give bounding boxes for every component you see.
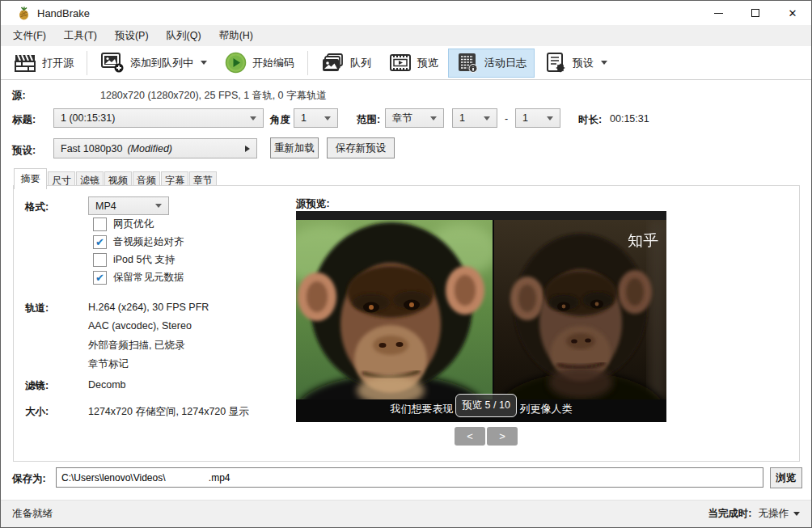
duration-value: 00:15:31 <box>610 113 649 125</box>
range-label: 范围: <box>357 113 380 127</box>
chevron-down-icon <box>484 116 490 120</box>
film-preview-icon <box>389 53 412 73</box>
previous-preview-button[interactable]: < <box>455 427 485 446</box>
subtitle-left-segment: 我们想要表现 <box>391 402 454 416</box>
chevron-down-icon <box>250 116 256 120</box>
browse-button[interactable]: 浏览 <box>770 467 802 488</box>
save-as-label: 保存为: <box>12 472 46 486</box>
subtitle-right-segment: 列更像人类 <box>520 402 573 416</box>
angle-select[interactable]: 1 <box>294 108 338 128</box>
menu-tools[interactable]: 工具(T) <box>55 25 106 46</box>
title-select[interactable]: 1 (00:15:31) <box>53 108 264 128</box>
checkbox-checked: ✔ <box>93 271 107 285</box>
clapperboard-icon <box>14 53 36 74</box>
filters-value: Decomb <box>88 379 126 391</box>
close-button[interactable]: ✕ <box>774 1 811 25</box>
menu-file[interactable]: 文件(F) <box>4 25 55 46</box>
size-value: 1274x720 存储空间, 1274x720 显示 <box>88 405 249 419</box>
keep-metadata-checkbox[interactable]: ✔ 保留常见元数据 <box>93 271 184 285</box>
add-to-queue-icon <box>100 52 125 74</box>
play-circle-icon <box>225 52 247 74</box>
checkbox-unchecked <box>93 218 107 231</box>
presets-button[interactable]: 预设 <box>536 49 615 78</box>
duration-label: 时长: <box>578 113 602 127</box>
chevron-down-icon <box>430 116 437 120</box>
toolbar-separator <box>87 51 87 75</box>
maximize-button[interactable] <box>737 1 774 25</box>
add-to-queue-button[interactable]: 添加到队列中 <box>92 49 215 78</box>
chevron-down-icon <box>601 61 607 65</box>
open-source-button[interactable]: 打开源 <box>6 49 82 78</box>
handbrake-window: HandBrake ✕ 文件(F) 工具(T) 预设(P) 队列(Q) 帮助(H… <box>0 0 812 528</box>
maximize-icon <box>751 9 759 17</box>
status-bar: 准备就绪 当完成时: 无操作 <box>1 500 811 527</box>
start-encode-button[interactable]: 开始编码 <box>217 49 302 78</box>
close-icon: ✕ <box>789 7 797 19</box>
activity-log-button[interactable]: 活动日志 <box>448 49 535 78</box>
range-from-select[interactable]: 1 <box>452 108 497 128</box>
preset-gear-icon <box>544 52 567 74</box>
preset-modified-flag: (Modified) <box>127 143 172 154</box>
web-optimized-checkbox[interactable]: 网页优化 <box>93 218 154 231</box>
track-chapters: 章节标记 <box>88 357 129 371</box>
chevron-down-icon <box>201 61 207 65</box>
track-video: H.264 (x264), 30 FPS PFR <box>88 302 209 313</box>
filters-label: 滤镜: <box>25 379 49 393</box>
format-select[interactable]: MP4 <box>88 196 169 215</box>
preview-counter-tooltip: 预览 5 / 10 <box>455 394 517 417</box>
menu-queue[interactable]: 队列(Q) <box>158 25 210 46</box>
chevron-down-icon <box>324 116 331 120</box>
track-audio: AAC (avcodec), Stereo <box>88 320 192 332</box>
reload-preset-button[interactable]: 重新加载 <box>270 137 319 158</box>
minimize-icon <box>714 13 723 14</box>
save-path-input[interactable] <box>56 467 763 488</box>
chevron-down-icon <box>155 204 162 208</box>
chimp-comparison-frame: 知乎 <box>296 211 666 422</box>
size-label: 大小: <box>25 405 49 419</box>
status-text: 准备就绪 <box>12 507 53 521</box>
chevron-down-icon <box>793 512 800 516</box>
zhihu-watermark: 知乎 <box>628 232 658 249</box>
minimize-button[interactable] <box>700 1 737 25</box>
toolbar-separator <box>307 51 308 75</box>
source-info: 1280x720 (1280x720), 25 FPS, 1 音轨, 0 字幕轨… <box>100 89 327 103</box>
main-toolbar: 打开源 添加到队列中 开始编码 <box>1 46 811 80</box>
range-type-select[interactable]: 章节 <box>385 108 444 128</box>
when-done-select[interactable]: 无操作 <box>759 507 801 521</box>
activity-log-icon <box>456 52 479 74</box>
when-done-label: 当完成时: <box>708 507 751 521</box>
menu-help[interactable]: 帮助(H) <box>210 25 262 46</box>
handbrake-logo-icon <box>17 6 31 20</box>
angle-label: 角度 <box>270 113 290 127</box>
tab-summary[interactable]: 摘要 <box>14 168 47 189</box>
checkbox-checked: ✔ <box>93 235 107 249</box>
source-label: 源: <box>12 89 26 103</box>
track-subtitle: 外部音频扫描, 已烧录 <box>88 339 184 353</box>
preset-select[interactable]: Fast 1080p30 (Modified) <box>53 138 257 158</box>
photo-stack-icon <box>321 53 345 74</box>
av-align-checkbox[interactable]: ✔ 音视频起始对齐 <box>93 235 184 249</box>
format-label: 格式: <box>25 201 49 214</box>
range-separator: - <box>505 113 508 125</box>
queue-button[interactable]: 队列 <box>313 49 379 78</box>
ipod-support-checkbox[interactable]: iPod 5代 支持 <box>93 253 175 267</box>
chevron-right-icon <box>245 146 250 152</box>
title-label: 标题: <box>12 113 36 127</box>
preview-button[interactable]: 预览 <box>381 49 446 78</box>
range-to-select[interactable]: 1 <box>515 108 560 128</box>
menu-bar: 文件(F) 工具(T) 预设(P) 队列(Q) 帮助(H) <box>1 25 811 46</box>
source-preview-image: 知乎 我们想要表现 列更像人类 <box>296 211 666 422</box>
window-title: HandBrake <box>37 7 90 19</box>
save-new-preset-button[interactable]: 保存新预设 <box>327 137 395 158</box>
next-preview-button[interactable]: > <box>487 427 518 446</box>
preset-label: 预设: <box>12 144 36 158</box>
menu-presets[interactable]: 预设(P) <box>106 25 158 46</box>
title-bar: HandBrake ✕ <box>1 1 811 25</box>
source-preview-label: 源预览: <box>296 197 330 211</box>
tracks-label: 轨道: <box>25 302 49 315</box>
checkbox-unchecked <box>93 253 107 267</box>
chevron-down-icon <box>547 116 553 120</box>
